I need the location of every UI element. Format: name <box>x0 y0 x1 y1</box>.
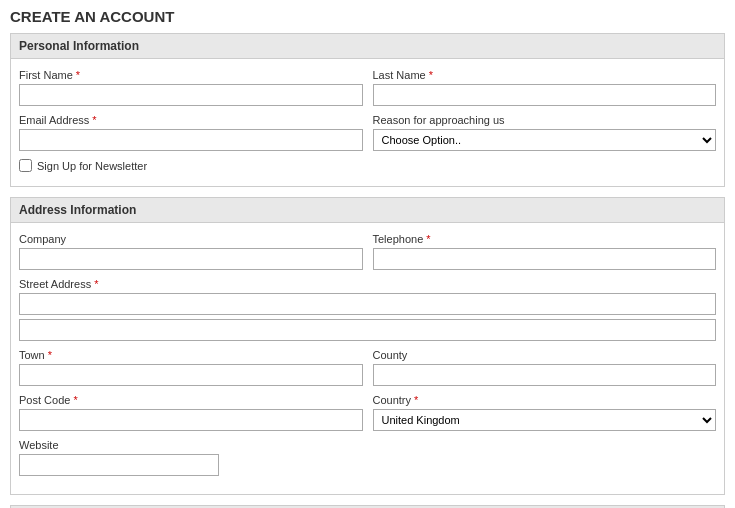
county-label: County <box>373 349 717 361</box>
country-label: Country * <box>373 394 717 406</box>
page-title: CREATE AN ACCOUNT <box>10 8 725 25</box>
postcode-group: Post Code * <box>19 394 363 431</box>
first-name-group: First Name * <box>19 69 363 106</box>
newsletter-label: Sign Up for Newsletter <box>37 160 147 172</box>
country-group: Country * United Kingdom United States C… <box>373 394 717 431</box>
county-input[interactable] <box>373 364 717 386</box>
postcode-label: Post Code * <box>19 394 363 406</box>
telephone-group: Telephone * <box>373 233 717 270</box>
first-name-label: First Name * <box>19 69 363 81</box>
country-select[interactable]: United Kingdom United States Canada Aust… <box>373 409 717 431</box>
newsletter-row: Sign Up for Newsletter <box>19 159 716 172</box>
website-group: Website <box>19 439 219 476</box>
street-input-1[interactable] <box>19 293 716 315</box>
newsletter-checkbox[interactable] <box>19 159 32 172</box>
address-information-section: Address Information Company Telephone * <box>10 197 725 495</box>
last-name-input[interactable] <box>373 84 717 106</box>
town-input[interactable] <box>19 364 363 386</box>
website-input[interactable] <box>19 454 219 476</box>
personal-info-header: Personal Information <box>11 34 724 59</box>
county-group: County <box>373 349 717 386</box>
town-group: Town * <box>19 349 363 386</box>
telephone-input[interactable] <box>373 248 717 270</box>
email-group: Email Address * <box>19 114 363 151</box>
first-name-input[interactable] <box>19 84 363 106</box>
town-label: Town * <box>19 349 363 361</box>
company-input[interactable] <box>19 248 363 270</box>
last-name-group: Last Name * <box>373 69 717 106</box>
email-label: Email Address * <box>19 114 363 126</box>
last-name-label: Last Name * <box>373 69 717 81</box>
website-label: Website <box>19 439 219 451</box>
street-label: Street Address * <box>19 278 716 290</box>
personal-information-section: Personal Information First Name * Last N… <box>10 33 725 187</box>
company-label: Company <box>19 233 363 245</box>
reason-select[interactable]: Choose Option.. General Enquiry Sales Su… <box>373 129 717 151</box>
company-group: Company <box>19 233 363 270</box>
postcode-input[interactable] <box>19 409 363 431</box>
street-group: Street Address * <box>19 278 716 341</box>
email-input[interactable] <box>19 129 363 151</box>
telephone-label: Telephone * <box>373 233 717 245</box>
reason-label: Reason for approaching us <box>373 114 717 126</box>
street-input-2[interactable] <box>19 319 716 341</box>
address-info-header: Address Information <box>11 198 724 223</box>
reason-group: Reason for approaching us Choose Option.… <box>373 114 717 151</box>
